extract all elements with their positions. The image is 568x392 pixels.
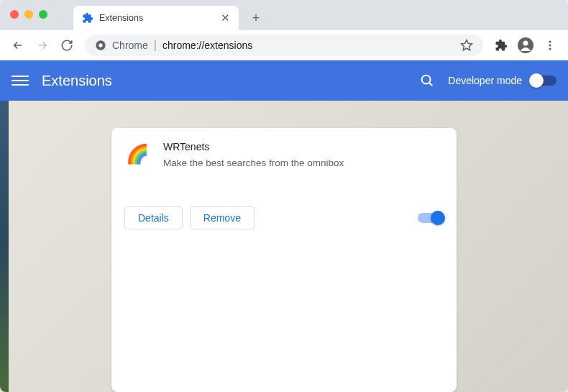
profile-icon[interactable] bbox=[515, 35, 536, 56]
tab-title: Extensions bbox=[99, 13, 215, 23]
svg-point-3 bbox=[523, 40, 528, 45]
svg-point-1 bbox=[99, 43, 102, 47]
extension-description: Make the best searches from the omnibox bbox=[163, 157, 444, 170]
forward-button[interactable] bbox=[32, 35, 53, 56]
browser-tab[interactable]: Extensions ✕ bbox=[73, 6, 239, 30]
svg-point-7 bbox=[422, 76, 431, 84]
extension-enabled-toggle[interactable] bbox=[418, 213, 444, 223]
tab-bar: Extensions ✕ + bbox=[0, 0, 568, 30]
developer-mode-toggle[interactable] bbox=[531, 76, 556, 86]
svg-point-4 bbox=[549, 40, 551, 42]
extensions-header: Extensions Developer mode bbox=[0, 60, 568, 101]
browser-toolbar: Chrome | chrome://extensions bbox=[0, 30, 568, 60]
chrome-icon bbox=[95, 40, 106, 51]
new-tab-button[interactable]: + bbox=[246, 8, 266, 28]
address-bar[interactable]: Chrome | chrome://extensions bbox=[85, 35, 483, 56]
content-area: pcrisk.com 🌈 WRTenets Make the best sear… bbox=[0, 101, 568, 392]
wallpaper-edge bbox=[0, 101, 9, 392]
developer-mode-label: Developer mode bbox=[448, 75, 522, 86]
hamburger-menu-icon[interactable] bbox=[12, 72, 29, 89]
back-button[interactable] bbox=[7, 35, 29, 56]
maximize-window-button[interactable] bbox=[39, 10, 47, 19]
details-button[interactable]: Details bbox=[124, 206, 183, 229]
extension-app-icon: 🌈 bbox=[124, 141, 150, 167]
extensions-menu-icon[interactable] bbox=[490, 35, 512, 56]
svg-point-5 bbox=[549, 44, 551, 46]
close-window-button[interactable] bbox=[10, 10, 19, 19]
bookmark-icon[interactable] bbox=[460, 39, 473, 52]
svg-point-6 bbox=[549, 47, 551, 50]
close-tab-icon[interactable]: ✕ bbox=[221, 12, 230, 24]
menu-icon[interactable] bbox=[539, 35, 561, 56]
extension-name: WRTenets bbox=[163, 141, 444, 152]
url-path: chrome://extensions bbox=[162, 40, 252, 51]
minimize-window-button[interactable] bbox=[24, 10, 33, 19]
url-separator: | bbox=[154, 39, 157, 52]
extension-card: 🌈 WRTenets Make the best searches from t… bbox=[111, 128, 457, 392]
url-origin: Chrome bbox=[112, 40, 148, 51]
reload-button[interactable] bbox=[56, 35, 78, 56]
remove-button[interactable]: Remove bbox=[190, 206, 255, 229]
search-icon[interactable] bbox=[419, 73, 435, 88]
page-title: Extensions bbox=[42, 73, 419, 89]
extension-icon bbox=[82, 12, 93, 24]
window-controls bbox=[10, 10, 47, 19]
